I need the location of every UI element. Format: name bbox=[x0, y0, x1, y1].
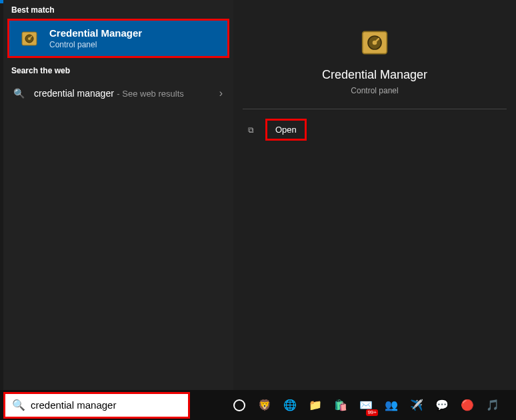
best-match-credential-manager[interactable]: Credential Manager Control panel bbox=[7, 19, 229, 58]
chrome-icon[interactable]: 🔴 bbox=[458, 396, 477, 415]
divider bbox=[243, 109, 507, 109]
teams-icon[interactable]: 👥 bbox=[382, 396, 401, 415]
vault-icon-large bbox=[357, 25, 392, 60]
explorer-icon[interactable]: 📁 bbox=[306, 396, 325, 415]
spotify-icon[interactable]: 🎵 bbox=[483, 396, 502, 415]
detail-title: Credential Manager bbox=[233, 68, 516, 82]
brave-icon[interactable]: 🦁 bbox=[255, 396, 274, 415]
search-input[interactable] bbox=[31, 399, 181, 411]
taskbar-search[interactable]: 🔍 bbox=[3, 392, 190, 419]
open-action[interactable]: ⧉ Open bbox=[233, 113, 516, 146]
store-icon[interactable]: 🛍️ bbox=[331, 396, 350, 415]
best-match-subtitle: Control panel bbox=[49, 40, 142, 49]
vault-icon bbox=[19, 28, 40, 49]
search-icon: 🔍 bbox=[13, 88, 25, 99]
web-suffix: - See web results bbox=[117, 89, 183, 99]
search-results-panel: Best match Credential Manager Control pa… bbox=[3, 0, 233, 390]
web-query: credential manager bbox=[34, 88, 114, 99]
best-match-title: Credential Manager bbox=[49, 27, 142, 39]
mail-icon[interactable]: ✉️ bbox=[357, 396, 375, 415]
edge-icon[interactable]: 🌐 bbox=[281, 396, 299, 415]
whatsapp-icon[interactable]: 💬 bbox=[433, 396, 451, 415]
cortana-icon[interactable] bbox=[230, 396, 249, 415]
detail-panel: Credential Manager Control panel ⧉ Open bbox=[233, 0, 516, 390]
chevron-right-icon: › bbox=[219, 87, 223, 99]
taskbar: 🔍 🦁 🌐 📁 🛍️ ✉️ 👥 ✈️ 💬 🔴 🎵 bbox=[0, 390, 516, 420]
open-icon: ⧉ bbox=[248, 125, 259, 135]
open-label: Open bbox=[265, 119, 307, 141]
search-web-label: Search the web bbox=[3, 61, 233, 79]
web-result-item[interactable]: 🔍 credential manager - See web results › bbox=[3, 79, 233, 107]
telegram-icon[interactable]: ✈️ bbox=[407, 396, 426, 415]
best-match-label: Best match bbox=[3, 0, 233, 19]
detail-subtitle: Control panel bbox=[233, 86, 516, 95]
search-icon: 🔍 bbox=[12, 399, 25, 411]
